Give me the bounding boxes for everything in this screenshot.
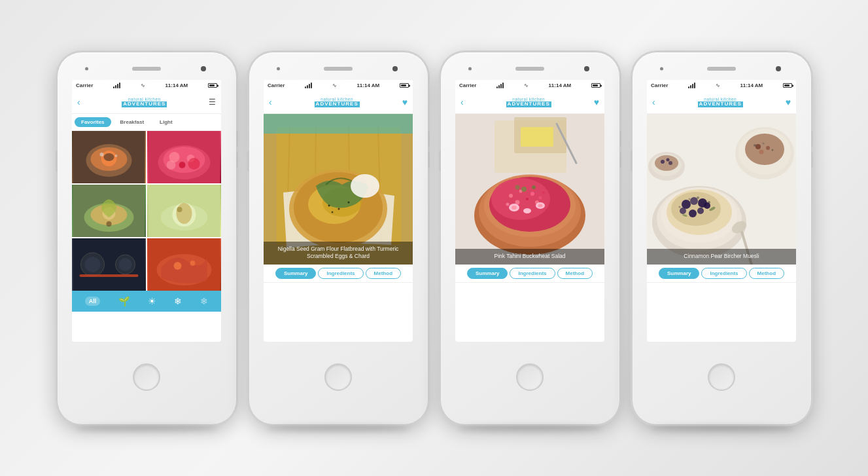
tab-ingredients-3[interactable]: Ingredients [510,268,555,279]
back-button-1[interactable]: ‹ [77,97,80,107]
speaker-1 [132,67,161,71]
carrier-4: Carrier [651,82,668,88]
heart-icon-2[interactable]: ♥ [402,97,408,107]
phone-1-screen: Carrier ∿ 11:14 AM ‹ natural kitchen ADV… [72,80,221,342]
svg-point-88 [763,142,765,144]
svg-point-24 [177,207,182,212]
filter-bar-1: All 🌱 ☀ ❄ ❄ [72,291,221,312]
recipe-tabs-4: Summary Ingredients Method [647,265,796,283]
svg-point-62 [509,194,513,198]
home-button-2[interactable] [324,363,352,391]
food-cell-4[interactable] [147,185,221,237]
logo-1: natural kitchen ADVENTURES [122,97,167,107]
svg-point-76 [521,187,527,192]
wifi-icon-3: ∿ [524,82,529,88]
phone-top-3 [447,60,613,77]
snowflake-light-icon[interactable]: ❄ [174,296,182,306]
battery-1 [208,83,217,88]
battery-2 [400,83,409,88]
heart-icon-4[interactable]: ♥ [786,97,791,107]
heart-icon-3[interactable]: ♥ [594,97,599,107]
front-camera-2 [277,67,280,70]
back-button-3[interactable]: ‹ [460,97,464,107]
svg-point-70 [542,191,545,194]
phone-1-wrapper: Carrier ∿ 11:14 AM ‹ natural kitchen ADV… [57,52,237,425]
tab-light[interactable]: Light [153,117,179,127]
svg-point-33 [174,262,182,270]
camera-dot-2 [392,66,398,71]
tab-method-2[interactable]: Method [366,268,401,279]
svg-rect-55 [521,127,553,147]
front-camera-1 [85,67,88,70]
svg-rect-30 [80,274,139,277]
phone-bottom-1 [133,342,160,412]
svg-point-14 [188,158,200,170]
speaker-4 [707,67,736,71]
home-button-4[interactable] [708,363,735,391]
tab-breakfast[interactable]: Breakfast [114,117,150,127]
wifi-icon-2: ∿ [332,82,337,88]
time-2: 11:14 AM [356,82,379,88]
tab-favorites[interactable]: Favorites [75,117,111,127]
svg-point-101 [708,201,710,204]
food-cell-5[interactable] [72,238,146,291]
svg-point-113 [667,158,670,161]
tab-method-4[interactable]: Method [749,268,784,279]
svg-point-99 [697,208,704,214]
sprout-icon[interactable]: 🌱 [118,296,130,306]
food-cell-6[interactable] [147,238,221,291]
phone-4-screen: Carrier ∿ 11:14 AM ‹ natural kitchen ADV… [647,80,796,342]
app-header-2: ‹ natural kitchen ADVENTURES ♥ [264,92,413,114]
logo-bottom-4: ADVENTURES [698,101,743,107]
logo-4: natural kitchen ADVENTURES [698,97,743,107]
svg-point-4 [104,153,114,161]
svg-point-72 [512,206,517,210]
phone-bottom-4 [708,342,735,412]
tab-summary-3[interactable]: Summary [467,268,508,279]
back-button-2[interactable]: ‹ [269,97,272,107]
phone-top-4 [639,60,805,77]
front-camera-3 [468,67,472,70]
filter-all[interactable]: All [85,297,101,306]
svg-point-12 [179,162,186,168]
phone-2-wrapper: Carrier ∿ 11:14 AM ‹ natural kitchen ADV… [249,52,428,425]
logo-bottom-2: ADVENTURES [315,101,360,107]
menu-icon-1[interactable]: ☰ [209,98,216,107]
phone-2: Carrier ∿ 11:14 AM ‹ natural kitchen ADV… [249,52,428,425]
tab-ingredients-4[interactable]: Ingredients [701,268,746,279]
svg-point-48 [338,208,340,210]
svg-point-87 [772,149,774,151]
food-cell-2[interactable] [147,131,221,183]
snowflake-icon[interactable]: ❄ [200,296,208,306]
phone-4: Carrier ∿ 11:14 AM ‹ natural kitchen ADV… [632,52,812,425]
battery-3 [591,83,600,88]
status-bar-4: Carrier ∿ 11:14 AM [647,80,796,92]
svg-point-6 [115,155,118,157]
battery-4 [783,83,792,88]
signal-3 [496,82,504,88]
svg-point-85 [759,149,764,154]
sun-icon[interactable]: ☀ [148,296,156,306]
food-grid-1 [72,131,221,291]
speaker-2 [324,67,353,71]
svg-point-69 [506,202,510,206]
signal-1 [113,82,120,88]
phone-3-wrapper: Carrier ∿ 11:14 AM ‹ natural kitchen ADV… [440,52,620,425]
recipe-image-4: Cinnamon Pear Bircher Muesli [647,114,796,265]
tab-ingredients-2[interactable]: Ingredients [318,268,363,279]
back-button-4[interactable]: ‹ [652,97,655,107]
svg-point-104 [679,206,681,208]
food-cell-1[interactable] [72,131,146,183]
tab-method-3[interactable]: Method [557,268,593,279]
home-button-1[interactable] [133,363,160,391]
food-cell-3[interactable] [72,185,146,237]
wifi-icon-4: ∿ [716,82,720,88]
recipe-content-2 [264,283,413,291]
signal-4 [688,82,695,88]
svg-point-77 [532,185,536,189]
tab-summary-4[interactable]: Summary [659,268,699,279]
tab-summary-2[interactable]: Summary [275,268,316,279]
phone-bottom-2 [324,342,352,412]
home-button-3[interactable] [516,363,544,391]
svg-point-97 [680,208,686,214]
